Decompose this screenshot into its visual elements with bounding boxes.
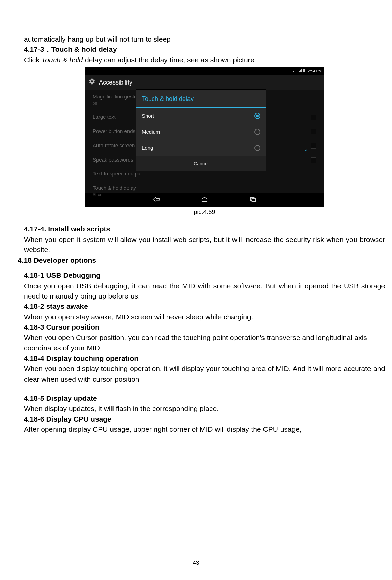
corner-box: [0, 0, 18, 18]
radio-selected[interactable]: [254, 113, 260, 119]
heading-4-17-4: 4.17-4. Install web scripts: [24, 224, 385, 234]
radio[interactable]: [254, 145, 260, 151]
figure-caption: pic.4.59: [85, 208, 324, 216]
svg-rect-1: [295, 70, 295, 72]
svg-marker-3: [298, 69, 302, 72]
heading-4-18: 4.18 Developer options: [18, 255, 385, 265]
heading-4-18-6: 4.18-6 Display CPU usage: [24, 414, 385, 424]
svg-rect-5: [304, 69, 305, 69]
svg-rect-2: [296, 69, 296, 72]
row-label: Speak passwords: [93, 157, 133, 163]
body-4-18-6: After opening display CPU usage, upper r…: [24, 424, 385, 434]
heading-4-18-4: 4.18-4 Display touching operation: [24, 353, 385, 364]
option-label: Short: [142, 112, 154, 120]
dialog-cancel-button[interactable]: Cancel: [136, 156, 266, 171]
checkbox[interactable]: [311, 129, 316, 134]
page-number: 43: [0, 560, 392, 566]
body-4-18-4: When you open display touching operation…: [24, 364, 385, 384]
row-touch-hold-delay[interactable]: Touch & hold delay Short: [85, 181, 324, 201]
status-icon: [298, 68, 302, 74]
body-4-18-2: When you open stay awake, MID screen wil…: [24, 312, 385, 322]
dialog-option-long[interactable]: Long: [136, 140, 266, 156]
page: automatically hang up but will not turn …: [0, 0, 392, 580]
intro-line: automatically hang up but will not turn …: [24, 34, 385, 44]
line-4-17-3: Click Touch & hold delay can adjust the …: [24, 55, 385, 65]
body-4-18-3: When you open Cursor position, you can r…: [24, 333, 385, 353]
row-sublabel: Short: [93, 192, 316, 198]
line-pre: Click: [24, 56, 41, 64]
heading-4-18-5: 4.18-5 Display update: [24, 393, 385, 403]
dialog-option-medium[interactable]: Medium: [136, 124, 266, 140]
settings-header: Accessibility: [85, 75, 324, 90]
option-label: Medium: [142, 128, 160, 136]
checkbox-checked[interactable]: [311, 143, 316, 149]
status-bar: 2:54 PM: [85, 67, 324, 75]
heading-4-18-3: 4.18-3 Cursor position: [24, 322, 385, 332]
line-italic: Touch & hold: [41, 56, 83, 64]
dialog-touch-hold-delay: Touch & hold delay Short Medium Long: [136, 90, 266, 171]
body-4-18-5: When display updates, it will flash in t…: [24, 403, 385, 414]
heading-4-17-3: 4.17-3．Touch & hold delay: [24, 44, 385, 55]
content: automatically hang up but will not turn …: [24, 34, 385, 435]
line-post: delay can adjust the delay time, see as …: [83, 56, 254, 64]
row-label: Text-to-speech output: [93, 171, 142, 177]
battery-icon: [303, 68, 306, 74]
status-icon: [293, 68, 297, 74]
screenshot-container: 2:54 PM Accessibility Magnification gest…: [85, 67, 324, 216]
body-4-17-4: When you open it system will allow you i…: [24, 234, 385, 255]
dialog-title: Touch & hold delay: [136, 90, 266, 108]
row-label: Touch & hold delay: [93, 184, 316, 192]
checkbox[interactable]: [311, 115, 316, 120]
option-label: Long: [142, 144, 153, 152]
svg-rect-0: [293, 71, 294, 72]
settings-title: Accessibility: [99, 78, 132, 87]
row-label: Power button ends: [93, 128, 135, 134]
row-label: Large text: [93, 114, 116, 120]
settings-icon: [89, 78, 95, 87]
radio[interactable]: [254, 129, 260, 135]
android-screenshot: 2:54 PM Accessibility Magnification gest…: [85, 67, 324, 207]
svg-rect-4: [303, 69, 305, 72]
status-time: 2:54 PM: [308, 68, 322, 74]
checkbox[interactable]: [311, 157, 316, 163]
dialog-option-short[interactable]: Short: [136, 108, 266, 124]
body-4-18-1: Once you open USB debugging, it can read…: [24, 281, 385, 302]
row-label: Auto-rotate screen: [93, 142, 135, 148]
heading-4-18-2: 4.18-2 stays awake: [24, 301, 385, 311]
settings-body: Magnification gestures off Large text Po…: [85, 90, 324, 193]
heading-4-18-1: 4.18-1 USB Debugging: [24, 270, 385, 280]
